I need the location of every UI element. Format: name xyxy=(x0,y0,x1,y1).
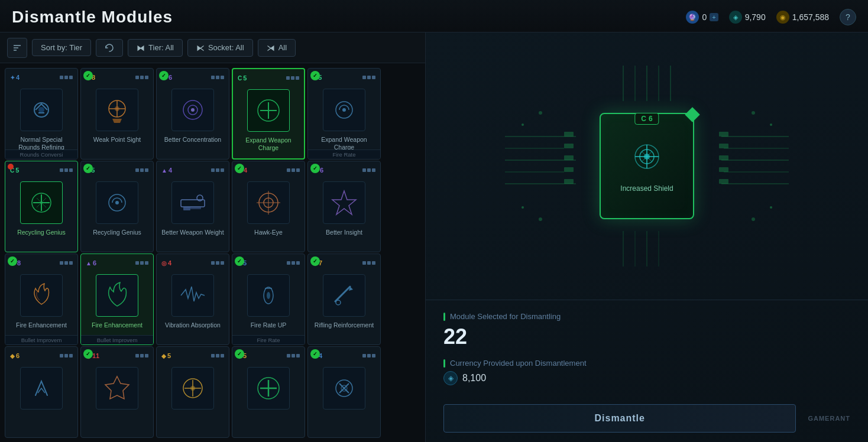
card-label: Weak Point Sight xyxy=(91,136,143,144)
card-label: Better Insight xyxy=(323,229,365,236)
socket-dot xyxy=(372,354,375,358)
currency-provided-label: Currency Provided upon Dismantlement xyxy=(443,359,850,368)
sort-icon-button[interactable] xyxy=(7,38,27,58)
card-top: ◆5 xyxy=(235,349,302,362)
module-card-weak-point[interactable]: ✓ ◆8 xyxy=(80,68,154,160)
check-mark: ✓ xyxy=(8,256,17,266)
socket-icons xyxy=(362,354,375,358)
info-section: Module Selected for Dismantling 22 Curre… xyxy=(426,300,868,397)
gamerant-logo: GAMERANT xyxy=(808,415,850,422)
svg-point-78 xyxy=(522,206,524,209)
all-filter-button[interactable]: ⧕ All xyxy=(258,39,296,57)
check-mark: ✓ xyxy=(235,256,244,266)
module-card-normal-rounds[interactable]: ✦4 xyxy=(5,68,78,160)
card-label: Expand Weapon Charge xyxy=(235,136,302,152)
card-icon xyxy=(245,365,292,412)
socket-dot xyxy=(145,354,148,358)
tier-icon: ▲ xyxy=(161,167,167,174)
socket-dot xyxy=(367,261,371,265)
module-card-fire-enhancement-1[interactable]: ✓ ▲8 xyxy=(5,254,78,345)
icon-bg xyxy=(323,181,365,224)
svg-point-21 xyxy=(115,201,119,204)
module-card-expand-weapon-charge-selected[interactable]: C5 xyxy=(232,68,305,160)
socket-dot xyxy=(287,168,290,172)
module-tier-category: C xyxy=(641,115,646,123)
socket-icons xyxy=(135,354,148,358)
module-card-recycling-genius-2[interactable]: ✓ C5 xyxy=(80,161,154,252)
module-card-better-weapon-weight[interactable]: ▲4 xyxy=(156,161,229,252)
card-label: Fire Enhancement xyxy=(89,321,145,329)
socket-dot xyxy=(211,76,215,79)
grid-row-3: ✓ ▲8 xyxy=(5,254,420,345)
currency-value-gold: 1,657,588 xyxy=(792,12,829,22)
refresh-button[interactable] xyxy=(96,39,123,57)
card-top: ▲6 xyxy=(159,71,226,84)
socket-icons xyxy=(60,354,73,358)
currency-plus-button-1[interactable]: + xyxy=(710,13,718,21)
socket-filter-icon: ⧔ xyxy=(196,43,205,53)
module-card-vibration-absorption[interactable]: ◎4 xyxy=(156,254,229,345)
card-top: ▲4 xyxy=(159,164,226,177)
module-card-better-concentration[interactable]: ✓ ▲6 xyxy=(156,68,229,160)
svg-rect-24 xyxy=(190,207,201,209)
socket-icons xyxy=(60,168,73,172)
module-card-row4-2[interactable]: ✓ ◎11 xyxy=(80,346,154,438)
module-card-better-insight[interactable]: ✓ ▲6 xyxy=(307,161,381,252)
module-card-row4-4[interactable]: ✓ ◆5 xyxy=(232,346,305,438)
socket-dot xyxy=(292,354,295,358)
tier-badge: ✦4 xyxy=(10,74,20,81)
module-display: C 6 xyxy=(426,32,868,300)
svg-point-32 xyxy=(267,292,270,299)
svg-point-75 xyxy=(539,217,542,221)
card-label: Rifling Reinforcement xyxy=(312,321,376,329)
help-button[interactable]: ? xyxy=(840,9,856,25)
module-grid: ✦4 xyxy=(0,63,425,442)
socket-dot xyxy=(64,261,68,265)
card-label: Hawk-Eye xyxy=(252,229,285,236)
module-card-fire-rate-up[interactable]: ✓ ✦5 xyxy=(232,254,305,345)
dismantle-button[interactable]: Dismantle xyxy=(443,404,796,433)
socket-dot xyxy=(221,76,224,79)
socket-dot xyxy=(221,168,224,172)
card-top: ◆6 xyxy=(8,349,75,362)
grid-row-2: C5 xyxy=(5,161,420,252)
module-card-hawk-eye[interactable]: ✓ ◎4 xyxy=(232,161,305,252)
socket-dot xyxy=(287,354,290,358)
socket-filter-button[interactable]: ⧔ Socket: All xyxy=(187,39,253,57)
dismantling-count: 22 xyxy=(443,324,850,349)
tier-icon: ◎ xyxy=(161,260,167,266)
tier-filter-button[interactable]: ⧓ Tier: All xyxy=(128,39,183,57)
module-card-recycling-genius-1[interactable]: C5 xyxy=(5,161,78,252)
currency-row-icon: ◈ xyxy=(443,371,458,385)
socket-dot xyxy=(69,261,73,265)
socket-dot xyxy=(372,76,375,79)
card-top: C5 xyxy=(83,164,151,177)
card-icon xyxy=(320,365,368,412)
socket-dot xyxy=(296,261,300,265)
card-top: ✦4 xyxy=(310,349,378,362)
svg-point-11 xyxy=(191,108,195,112)
card-label: Recycling Genius xyxy=(15,229,68,236)
module-card-expand-weapon-charge-2[interactable]: ✓ C5 xyxy=(307,68,381,160)
module-card-row4-5[interactable]: ✓ ✦4 xyxy=(307,346,381,438)
tier-icon: C xyxy=(238,75,242,82)
module-card-row4-1[interactable]: ◆6 xyxy=(5,346,78,438)
tier-badge: ◆6 xyxy=(10,352,20,359)
icon-bg xyxy=(247,89,290,132)
svg-point-34 xyxy=(336,300,341,305)
module-card-row4-3[interactable]: ◆5 xyxy=(156,346,229,438)
dismantle-bar: Dismantle GAMERANT xyxy=(426,397,868,442)
header: Dismantle Modules 🔮 0 + ◈ 9,790 ◉ 1,657,… xyxy=(0,0,868,32)
card-icon xyxy=(93,86,141,134)
svg-point-16 xyxy=(342,108,346,112)
check-mark: ✓ xyxy=(235,349,244,359)
module-card-rifling-reinforcement[interactable]: ✓ ◆7 xyxy=(307,254,381,345)
socket-dot xyxy=(362,76,366,79)
module-card-fire-enhancement-2[interactable]: ▲6 xyxy=(80,254,154,345)
socket-icons xyxy=(135,76,148,79)
check-mark: ✓ xyxy=(83,164,93,173)
check-mark: ✓ xyxy=(159,71,169,80)
card-top: ▲6 xyxy=(310,164,378,177)
sort-by-tier-button[interactable]: Sort by: Tier xyxy=(32,39,91,56)
socket-dot xyxy=(216,76,219,79)
